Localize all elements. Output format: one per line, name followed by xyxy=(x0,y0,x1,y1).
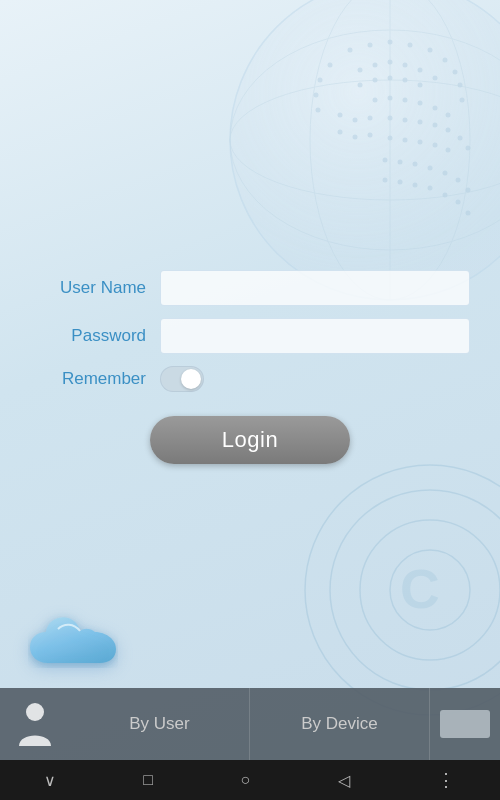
home-icon[interactable]: ○ xyxy=(241,771,251,789)
username-row: User Name xyxy=(30,270,470,306)
login-button[interactable]: Login xyxy=(150,416,350,464)
person-icon xyxy=(17,702,53,746)
recents-icon[interactable]: □ xyxy=(143,771,153,789)
cloud-icon-container xyxy=(28,611,118,680)
by-device-tab[interactable]: By Device xyxy=(250,688,430,760)
bottom-nav: By User By Device xyxy=(0,688,500,760)
nvr-device-icon xyxy=(440,710,490,738)
by-user-tab[interactable]: By User xyxy=(70,688,250,760)
device-icon-container xyxy=(430,688,500,760)
user-person-icon-container xyxy=(0,688,70,760)
by-device-label: By Device xyxy=(301,714,378,734)
remember-label: Remember xyxy=(30,369,160,389)
expand-icon[interactable]: ∨ xyxy=(44,771,56,790)
back-icon[interactable]: ◁ xyxy=(338,771,350,790)
password-input[interactable] xyxy=(160,318,470,354)
more-options-icon[interactable]: ⋮ xyxy=(437,769,456,791)
username-input[interactable] xyxy=(160,270,470,306)
cloud-icon xyxy=(28,611,118,676)
username-label: User Name xyxy=(30,278,160,298)
svg-point-72 xyxy=(26,703,44,721)
password-label: Password xyxy=(30,326,160,346)
system-nav: ∨ □ ○ ◁ ⋮ xyxy=(0,760,500,800)
toggle-knob xyxy=(181,369,201,389)
by-user-label: By User xyxy=(129,714,189,734)
login-form: User Name Password Remember Login xyxy=(30,270,470,464)
remember-toggle[interactable] xyxy=(160,366,204,392)
main-content: User Name Password Remember Login xyxy=(0,0,500,800)
password-row: Password xyxy=(30,318,470,354)
remember-row: Remember xyxy=(30,366,470,392)
